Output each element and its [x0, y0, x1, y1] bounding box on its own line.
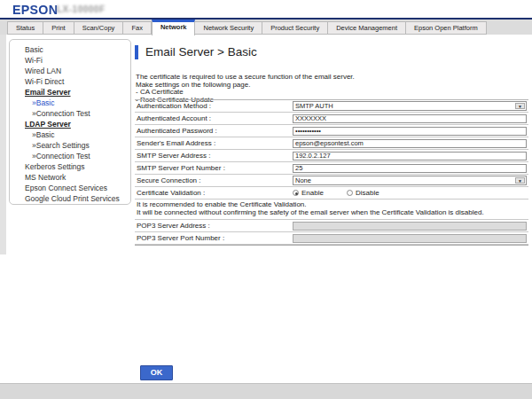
- sidebar-item-wired-lan[interactable]: Wired LAN: [10, 66, 130, 76]
- authentication-method-select[interactable]: SMTP AUTH▼: [293, 101, 527, 111]
- field-value: [291, 114, 528, 123]
- authenticated-account-input[interactable]: [293, 114, 527, 123]
- field-value: SMTP AUTH▼: [291, 101, 528, 111]
- sidebar-item-basic[interactable]: »Basic: [10, 98, 130, 108]
- sidebar-item-search-settings[interactable]: »Search Settings: [10, 140, 130, 151]
- chevron-down-icon[interactable]: ▼: [515, 177, 525, 184]
- radio-label-disable: Disable: [356, 189, 379, 197]
- field-value: [291, 127, 528, 136]
- form-row-authentication-method: Authentication Method :SMTP AUTH▼: [135, 100, 528, 113]
- ok-button[interactable]: OK: [140, 365, 173, 380]
- footer-bar: [0, 383, 532, 399]
- certificate-validation-note: It is recommended to enable the Certific…: [135, 200, 528, 220]
- field-label: Authenticated Password :: [135, 127, 291, 135]
- form-rows: Authentication Method :SMTP AUTH▼Authent…: [135, 100, 528, 200]
- page-title: Email Server > Basic: [145, 45, 257, 59]
- certificate-validation-radio-disable[interactable]: [347, 190, 353, 196]
- sidebar-item-wi-fi-direct[interactable]: Wi-Fi Direct: [10, 76, 130, 87]
- tab-network[interactable]: Network: [152, 20, 196, 35]
- field-label: Authentication Method :: [135, 102, 291, 110]
- tab-print[interactable]: Print: [43, 21, 74, 35]
- tab-network-security[interactable]: Network Security: [195, 21, 262, 35]
- form-row-pop3-server-address: POP3 Server Address :: [135, 220, 528, 232]
- field-value: None▼: [291, 176, 528, 185]
- form-row-smtp-server-port-number: SMTP Server Port Number :: [135, 162, 528, 175]
- web-config-page: EPSON LX-10000F StatusPrintScan/CopyFaxN…: [0, 0, 532, 399]
- sidebar-item-ms-network[interactable]: MS Network: [10, 172, 130, 183]
- field-value: [291, 222, 528, 231]
- title-row: Email Server > Basic: [135, 44, 257, 59]
- radio-label-enable: Enable: [301, 189, 324, 197]
- header: EPSON LX-10000F: [0, 0, 532, 18]
- sidebar-item-email-server[interactable]: Email Server: [10, 87, 130, 98]
- printer-model: LX-10000F: [57, 4, 106, 14]
- chevron-down-icon[interactable]: ▼: [515, 103, 525, 109]
- pop3-server-port-number-input: [293, 234, 527, 243]
- field-value: [291, 234, 528, 243]
- email-server-form: Authentication Method :SMTP AUTH▼Authent…: [135, 99, 528, 246]
- sidebar-item-epson-connect-services[interactable]: Epson Connect Services: [10, 183, 130, 193]
- authenticated-password-input[interactable]: [293, 127, 527, 136]
- selected-option: None: [293, 176, 514, 184]
- sidebar-item-connection-test[interactable]: »Connection Test: [10, 151, 130, 161]
- sidebar-item-basic[interactable]: »Basic: [10, 129, 130, 140]
- smtp-server-address-input[interactable]: [293, 152, 527, 160]
- field-label: Certificate Validation :: [135, 189, 291, 197]
- smtp-server-port-number-input[interactable]: [293, 164, 527, 173]
- selected-option: SMTP AUTH: [293, 102, 514, 110]
- tab-epson-open-platform[interactable]: Epson Open Platform: [406, 21, 487, 35]
- field-value: [291, 164, 528, 173]
- epson-logo: EPSON: [12, 2, 58, 17]
- sidebar-item-ldap-server[interactable]: LDAP Server: [10, 119, 130, 129]
- tab-product-security[interactable]: Product Security: [262, 21, 328, 35]
- form-row-sender-s-email-address: Sender's Email Address :: [135, 137, 528, 150]
- field-value: EnableDisable: [291, 189, 528, 197]
- field-label: SMTP Server Port Number :: [135, 164, 291, 172]
- field-label: POP3 Server Address :: [135, 222, 291, 230]
- tab-scan-copy[interactable]: Scan/Copy: [74, 21, 124, 35]
- form-row-pop3-server-port-number: POP3 Server Port Number :: [135, 232, 528, 245]
- field-label: POP3 Server Port Number :: [135, 234, 291, 242]
- form-row-secure-connection: Secure Connection :None▼: [135, 175, 528, 187]
- field-label: Authenticated Account :: [135, 114, 291, 122]
- sidebar-menu: BasicWi-FiWired LANWi-Fi DirectEmail Ser…: [9, 39, 131, 205]
- tab-device-management[interactable]: Device Management: [328, 21, 406, 35]
- note-line: It will be connected without confirming …: [137, 209, 527, 217]
- sidebar-item-basic[interactable]: Basic: [10, 44, 130, 55]
- field-value: [291, 152, 528, 160]
- sidebar-item-connection-test[interactable]: »Connection Test: [10, 108, 130, 119]
- tab-bar: StatusPrintScan/CopyFaxNetworkNetwork Se…: [0, 20, 532, 35]
- certificate-validation-radio-enable[interactable]: [293, 190, 299, 196]
- sidebar-item-wi-fi[interactable]: Wi-Fi: [10, 55, 130, 66]
- sender-s-email-address-input[interactable]: [293, 139, 527, 148]
- pop3-rows: POP3 Server Address :POP3 Server Port Nu…: [135, 220, 528, 246]
- field-label: Sender's Email Address :: [135, 139, 291, 147]
- sidebar-item-kerberos-settings[interactable]: Kerberos Settings: [10, 161, 130, 172]
- form-row-authenticated-account: Authenticated Account :: [135, 113, 528, 125]
- form-row-certificate-validation: Certificate Validation :EnableDisable: [135, 187, 528, 200]
- form-row-smtp-server-address: SMTP Server Address :: [135, 150, 528, 162]
- title-accent-bar: [135, 45, 138, 59]
- tab-fax[interactable]: Fax: [123, 21, 152, 35]
- form-row-authenticated-password: Authenticated Password :: [135, 125, 528, 137]
- left-gutter: [0, 35, 6, 254]
- tab-status[interactable]: Status: [7, 21, 43, 35]
- field-label: SMTP Server Address :: [135, 152, 291, 160]
- pop3-server-address-input: [293, 222, 527, 231]
- field-value: [291, 139, 528, 148]
- sidebar-item-google-cloud-print-services[interactable]: Google Cloud Print Services: [10, 193, 130, 204]
- secure-connection-select[interactable]: None▼: [293, 176, 527, 185]
- field-label: Secure Connection :: [135, 176, 291, 184]
